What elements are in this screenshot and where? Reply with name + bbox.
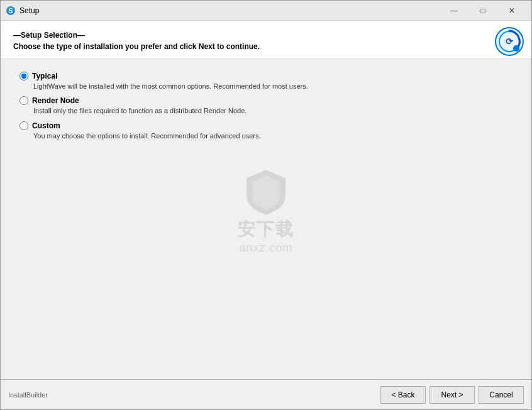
close-button[interactable]: ✕ <box>497 1 526 21</box>
title-bar: S Setup — □ ✕ <box>1 1 531 21</box>
installation-options: Typical LightWave will be installed with… <box>19 72 513 146</box>
header-text: —Setup Selection— Choose the type of ins… <box>13 31 519 51</box>
render-node-radio[interactable] <box>19 96 28 105</box>
option-custom: Custom You may choose the options to ins… <box>19 121 513 141</box>
custom-desc: You may choose the options to install. R… <box>33 131 513 141</box>
custom-label[interactable]: Custom <box>19 121 513 130</box>
typical-label-text: Typical <box>32 72 57 80</box>
typical-radio[interactable] <box>19 72 28 80</box>
svg-text:⟳: ⟳ <box>506 36 514 47</box>
svg-text:S: S <box>9 8 13 14</box>
render-node-label-text: Render Node <box>32 96 79 105</box>
window-controls: — □ ✕ <box>440 1 526 21</box>
content-area: —Setup Selection— Choose the type of ins… <box>1 21 531 379</box>
typical-desc: LightWave will be installed with the mos… <box>33 82 513 91</box>
footer: InstallBuilder < Back Next > Cancel <box>1 379 531 409</box>
main-content: Typical LightWave will be installed with… <box>1 59 531 379</box>
minimize-button[interactable]: — <box>440 1 468 21</box>
lightwave-logo: ⟳ <box>494 26 525 57</box>
typical-label[interactable]: Typical <box>19 72 513 80</box>
cancel-button[interactable]: Cancel <box>479 386 524 404</box>
installbuilder-label: InstallBuilder <box>8 391 48 399</box>
option-typical: Typical LightWave will be installed with… <box>19 72 513 91</box>
render-node-label[interactable]: Render Node <box>19 96 513 105</box>
footer-buttons: < Back Next > Cancel <box>380 386 524 404</box>
watermark-text-cn: 安下载 <box>238 217 294 241</box>
window-title: Setup <box>19 6 440 15</box>
watermark: 安下载 anxz.com <box>238 167 294 254</box>
custom-radio[interactable] <box>19 121 28 130</box>
maximize-button[interactable]: □ <box>468 1 497 21</box>
custom-label-text: Custom <box>32 121 60 130</box>
back-button[interactable]: < Back <box>380 386 426 404</box>
watermark-text-en: anxz.com <box>239 241 292 254</box>
next-button[interactable]: Next > <box>429 386 475 404</box>
watermark-shield-icon <box>241 167 291 217</box>
render-node-desc: Install only the files required to funct… <box>33 106 513 116</box>
section-title: —Setup Selection— <box>13 31 519 40</box>
setup-window: S Setup — □ ✕ —Setup Selection— Choose t… <box>0 0 532 410</box>
app-icon: S <box>6 6 16 16</box>
option-render-node: Render Node Install only the files requi… <box>19 96 513 116</box>
header-section: —Setup Selection— Choose the type of ins… <box>1 21 531 59</box>
section-subtitle: Choose the type of installation you pref… <box>13 42 519 51</box>
svg-point-4 <box>513 45 519 52</box>
